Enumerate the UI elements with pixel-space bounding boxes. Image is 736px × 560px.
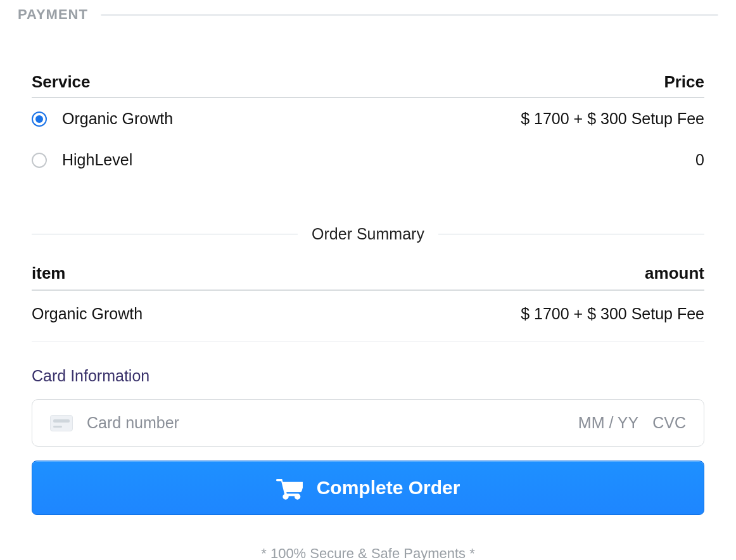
payment-section-title: PAYMENT [18,6,88,23]
service-option-label: Organic Growth [62,110,173,128]
card-number-input[interactable] [87,414,564,432]
divider [101,14,718,16]
cart-icon [276,475,303,500]
col-service: Service [32,72,91,92]
col-amount: amount [645,264,704,283]
card-cvc-placeholder[interactable]: CVC [652,414,686,432]
service-option-price: 0 [695,151,704,169]
divider [438,234,704,234]
summary-amount: $ 1700 + $ 300 Setup Fee [521,305,704,323]
radio-icon[interactable] [32,153,47,168]
service-option-label: HighLevel [62,151,132,169]
payment-section-header: PAYMENT [18,0,718,23]
card-info-label: Card Information [32,341,704,385]
complete-order-button[interactable]: Complete Order [32,461,704,515]
col-item: item [32,264,65,283]
col-price: Price [664,72,704,92]
service-table-header: Service Price [32,23,704,98]
order-summary-row: Organic Growth $ 1700 + $ 300 Setup Fee [32,291,704,341]
order-summary-header: Order Summary [32,181,704,243]
order-summary-columns: item amount [32,243,704,291]
complete-order-label: Complete Order [317,477,460,499]
service-option-highlevel[interactable]: HighLevel 0 [32,139,704,181]
divider [32,234,298,234]
summary-item: Organic Growth [32,305,143,323]
radio-icon[interactable] [32,111,47,127]
order-summary-title: Order Summary [312,225,424,243]
credit-card-icon [50,415,73,431]
card-input-group[interactable]: MM / YY CVC [32,399,704,447]
secure-payments-footnote: * 100% Secure & Safe Payments * [32,515,704,560]
service-option-organic-growth[interactable]: Organic Growth $ 1700 + $ 300 Setup Fee [32,98,704,139]
card-expiry-placeholder[interactable]: MM / YY [578,414,638,432]
service-option-price: $ 1700 + $ 300 Setup Fee [521,110,704,128]
